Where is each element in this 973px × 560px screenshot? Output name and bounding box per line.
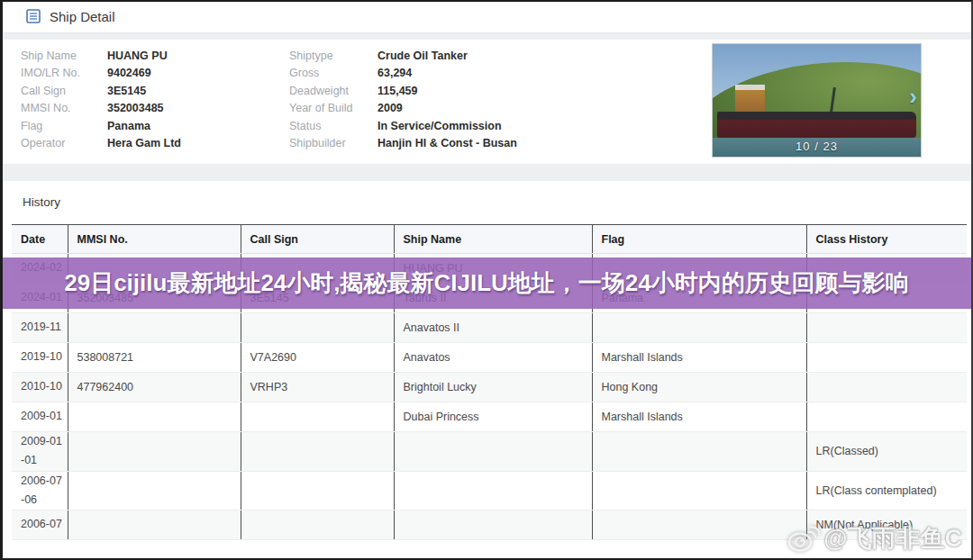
field-label: Deadweight bbox=[289, 85, 377, 97]
field-label: Flag bbox=[21, 120, 107, 132]
col-header-date: Date bbox=[12, 225, 68, 254]
cell-flag bbox=[592, 313, 806, 343]
detail-field-row: Deadweight115,459 bbox=[289, 82, 587, 100]
ship-fields-right: ShiptypeCrude Oil TankerGross63,294Deadw… bbox=[289, 47, 587, 152]
cell-class-history: LR(Class contemplated) bbox=[806, 471, 967, 510]
cell-mmsi bbox=[68, 402, 241, 432]
field-label: Call Sign bbox=[21, 85, 107, 97]
detail-field-row: OperatorHera Gam Ltd bbox=[21, 135, 282, 153]
col-header-flag: Flag bbox=[592, 225, 806, 254]
detail-field-row: Call Sign3E5145 bbox=[21, 82, 282, 100]
field-label: Operator bbox=[21, 137, 107, 149]
field-value: Hera Gam Ltd bbox=[107, 137, 181, 149]
cell-date: 2009-01-01 bbox=[12, 432, 68, 472]
cell-date: 2006-07 bbox=[12, 510, 68, 540]
table-row: 2009-01-01LR(Classed) bbox=[12, 432, 967, 472]
field-label: Ship Name bbox=[21, 50, 107, 62]
field-value: 9402469 bbox=[107, 67, 151, 79]
cell-class-history bbox=[806, 373, 967, 402]
cell-mmsi bbox=[68, 313, 241, 343]
field-value: HUANG PU bbox=[107, 50, 168, 62]
detail-field-row: Gross63,294 bbox=[289, 65, 587, 83]
history-panel: History DateMMSI No.Call SignShip NameFl… bbox=[3, 181, 971, 558]
cell-date: 2010-10 bbox=[12, 373, 68, 402]
detail-field-row: MMSI No.352003485 bbox=[21, 100, 282, 118]
cell-ship-name bbox=[394, 471, 592, 510]
detail-field-row: ShipbuilderHanjin HI & Const - Busan bbox=[289, 135, 587, 153]
col-header-ship-name: Ship Name bbox=[394, 225, 592, 254]
promo-banner-overlay: 29日cijilu最新地址24小时,揭秘最新CIJILU地址，一场24小时内的历… bbox=[0, 257, 973, 309]
cell-call-sign bbox=[241, 402, 394, 432]
ship-fields-left: Ship NameHUANG PUIMO/LR No.9402469Call S… bbox=[21, 47, 282, 152]
detail-field-row: Ship NameHUANG PU bbox=[21, 47, 282, 65]
cell-class-history bbox=[806, 313, 967, 343]
cell-mmsi: 538008721 bbox=[68, 343, 241, 373]
field-value: 3E5145 bbox=[107, 85, 146, 97]
field-label: Year of Build bbox=[289, 102, 377, 114]
cell-flag bbox=[592, 432, 806, 472]
field-value: 352003485 bbox=[107, 102, 164, 114]
cell-flag: Hong Kong bbox=[592, 373, 806, 402]
cell-call-sign bbox=[241, 432, 394, 472]
cell-flag: Marshall Islands bbox=[592, 402, 806, 432]
field-label: Shipbuilder bbox=[289, 137, 377, 149]
detail-field-row: FlagPanama bbox=[21, 117, 282, 135]
cell-mmsi bbox=[68, 471, 241, 510]
promo-banner-text: 29日cijilu最新地址24小时,揭秘最新CIJILU地址，一场24小时内的历… bbox=[64, 267, 909, 299]
cell-ship-name: Anavatos II bbox=[394, 313, 592, 343]
cell-date: 2009-01 bbox=[12, 402, 68, 432]
col-header-mmsi: MMSI No. bbox=[68, 225, 241, 254]
ship-detail-header: Ship Detail bbox=[3, 0, 971, 33]
page-title: Ship Detail bbox=[50, 9, 115, 24]
field-value: 63,294 bbox=[377, 67, 412, 79]
cell-ship-name: Dubai Princess bbox=[394, 402, 592, 432]
watermark: @飞雨非鱼C bbox=[787, 522, 962, 555]
field-label: Shiptype bbox=[289, 50, 377, 62]
detail-field-row: StatusIn Service/Commission bbox=[289, 117, 587, 135]
cell-call-sign bbox=[241, 471, 394, 510]
detail-field-row: IMO/LR No.9402469 bbox=[21, 65, 282, 83]
cell-mmsi bbox=[68, 510, 241, 540]
cell-mmsi bbox=[68, 432, 241, 472]
cell-class-history: LR(Classed) bbox=[806, 432, 967, 472]
watermark-text: @飞雨非鱼C bbox=[823, 522, 962, 555]
cell-call-sign bbox=[241, 510, 394, 540]
col-header-class-history: Class History bbox=[806, 225, 967, 254]
weibo-logo-icon bbox=[787, 525, 820, 552]
table-row: 2009-01Dubai PrincessMarshall Islands bbox=[12, 402, 967, 432]
ship-photo[interactable]: 10 / 23 › bbox=[712, 43, 922, 158]
table-row: 2006-07-06LR(Class contemplated) bbox=[12, 471, 967, 510]
field-value: Panama bbox=[107, 120, 150, 132]
cell-ship-name bbox=[394, 432, 592, 472]
table-row: 2010-10477962400VRHP3Brightoil LuckyHong… bbox=[12, 373, 967, 402]
field-value: 2009 bbox=[377, 102, 403, 114]
table-row: 2019-10538008721V7A2690AnavatosMarshall … bbox=[12, 343, 967, 373]
cell-flag: Marshall Islands bbox=[592, 343, 806, 373]
cell-date: 2019-10 bbox=[12, 343, 68, 373]
field-label: IMO/LR No. bbox=[21, 67, 107, 79]
table-row: 2019-11Anavatos II bbox=[12, 313, 967, 343]
cell-class-history bbox=[806, 343, 967, 373]
cell-date: 2006-07-06 bbox=[12, 471, 68, 510]
cell-mmsi: 477962400 bbox=[68, 373, 241, 402]
cell-call-sign bbox=[241, 313, 394, 343]
photo-ship-hull-art bbox=[717, 112, 917, 138]
ship-detail-panel: Ship NameHUANG PUIMO/LR No.9402469Call S… bbox=[3, 40, 971, 164]
photo-counter: 10 / 23 bbox=[713, 140, 921, 153]
detail-list-icon bbox=[26, 9, 41, 23]
field-label: MMSI No. bbox=[21, 102, 107, 114]
detail-field-row: Year of Build2009 bbox=[289, 100, 587, 118]
cell-flag bbox=[592, 510, 806, 540]
field-value: In Service/Commission bbox=[377, 120, 502, 132]
photo-next-arrow-icon[interactable]: › bbox=[909, 87, 917, 105]
cell-ship-name: Anavatos bbox=[394, 343, 592, 373]
cell-ship-name: Brightoil Lucky bbox=[394, 373, 592, 402]
cell-flag bbox=[592, 471, 806, 510]
cell-ship-name bbox=[394, 510, 592, 540]
cell-call-sign: VRHP3 bbox=[241, 373, 394, 402]
field-value: 115,459 bbox=[377, 85, 418, 97]
history-title: History bbox=[23, 195, 60, 209]
field-label: Gross bbox=[289, 67, 377, 79]
field-label: Status bbox=[289, 120, 377, 132]
field-value: Crude Oil Tanker bbox=[377, 50, 468, 62]
